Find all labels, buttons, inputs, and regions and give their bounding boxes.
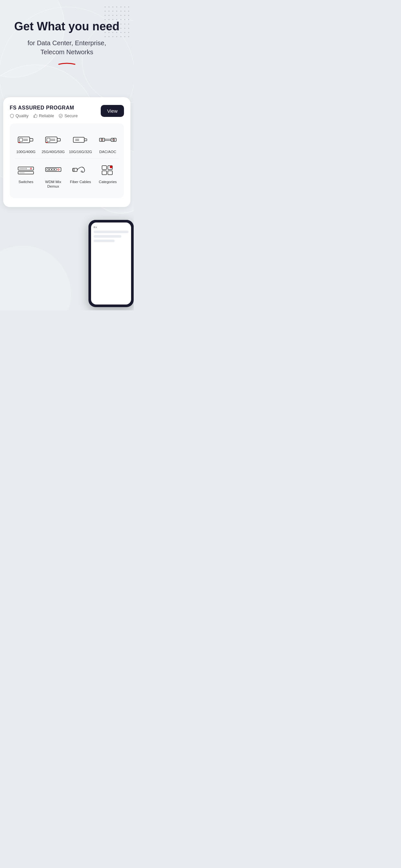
bottom-section: Ex bbox=[0, 213, 134, 310]
phone-screen-line-3 bbox=[94, 240, 115, 242]
icon-categories bbox=[98, 162, 118, 177]
svg-rect-9 bbox=[47, 138, 50, 142]
grid-item-fiber-cables[interactable]: Fiber Cables bbox=[67, 159, 94, 193]
card-header-left: FS ASSURED PROGRAM Quality bbox=[10, 105, 101, 118]
label-10g-16g-32g: 10G/16G/32G bbox=[69, 150, 92, 154]
label-categories: Categories bbox=[99, 180, 117, 184]
badge-secure: Secure bbox=[58, 113, 78, 118]
icon-10g-16g-32g bbox=[71, 132, 90, 147]
badges-row: Quality Reliable bbox=[10, 113, 101, 118]
svg-point-19 bbox=[102, 140, 102, 140]
svg-rect-47 bbox=[102, 166, 106, 169]
grid-item-categories[interactable]: Categories bbox=[94, 159, 122, 193]
svg-rect-39 bbox=[47, 168, 49, 170]
svg-rect-13 bbox=[73, 137, 84, 143]
svg-rect-3 bbox=[19, 138, 23, 142]
phone-screen-line-2 bbox=[94, 235, 121, 238]
thumbs-up-icon bbox=[33, 114, 37, 118]
label-25g-40g-50g: 25G/40G/50G bbox=[42, 150, 65, 154]
grid-item-100g-400g[interactable]: 100G/400G bbox=[12, 128, 40, 158]
svg-rect-8 bbox=[57, 138, 60, 141]
svg-rect-49 bbox=[102, 171, 106, 175]
badge-quality-label: Quality bbox=[16, 113, 28, 118]
icon-25g-40g-50g bbox=[43, 132, 63, 147]
label-dac-aoc: DAC/AOC bbox=[99, 150, 116, 154]
badge-quality: Quality bbox=[10, 113, 28, 118]
svg-rect-40 bbox=[50, 168, 51, 170]
label-100g-400g: 100G/400G bbox=[17, 150, 35, 154]
svg-rect-2 bbox=[30, 138, 33, 141]
svg-rect-12 bbox=[46, 142, 48, 143]
svg-rect-50 bbox=[108, 171, 112, 175]
svg-rect-42 bbox=[55, 168, 57, 170]
phone-body: Ex bbox=[89, 220, 134, 307]
hero-underline-decoration bbox=[57, 61, 76, 65]
icon-switches bbox=[16, 162, 35, 177]
grid-item-25g-40g-50g[interactable]: 25G/40G/50G bbox=[40, 128, 67, 158]
label-switches: Switches bbox=[19, 180, 33, 184]
view-button[interactable]: View bbox=[101, 105, 124, 117]
hero-section: Get What you need for Data Center, Enter… bbox=[0, 0, 134, 78]
svg-rect-14 bbox=[84, 139, 87, 141]
product-grid-row1: 100G/400G 25G/40G/50G bbox=[12, 128, 121, 158]
svg-point-22 bbox=[113, 140, 114, 140]
label-wdm-mix-demux: WDM Mix Demux bbox=[41, 180, 66, 189]
badge-secure-label: Secure bbox=[64, 113, 78, 118]
svg-point-51 bbox=[110, 166, 112, 168]
icon-100g-400g bbox=[16, 132, 35, 147]
phone-mockup: Ex bbox=[89, 220, 134, 310]
hero-subtitle: for Data Center, Enterprise, Telecom Net… bbox=[10, 38, 124, 57]
assured-program-card: FS ASSURED PROGRAM Quality bbox=[3, 97, 130, 207]
hero-title: Get What you need bbox=[10, 20, 124, 33]
hero-subtitle-line1: for Data Center, Enterprise, bbox=[27, 39, 106, 46]
bottom-circle-1 bbox=[0, 246, 71, 310]
program-title: FS ASSURED PROGRAM bbox=[10, 105, 101, 111]
product-grid-card: 100G/400G 25G/40G/50G bbox=[10, 123, 124, 197]
product-grid-row2: Switches WDM Mix Demux bbox=[12, 159, 121, 193]
svg-point-46 bbox=[81, 171, 82, 172]
phone-screen-label: Ex bbox=[94, 225, 128, 229]
svg-rect-6 bbox=[19, 142, 20, 143]
phone-screen-content: Ex bbox=[91, 222, 131, 247]
icon-wdm-mix-demux bbox=[43, 162, 63, 177]
svg-rect-33 bbox=[18, 172, 34, 174]
badge-reliable: Reliable bbox=[33, 113, 54, 118]
label-fiber-cables: Fiber Cables bbox=[70, 180, 91, 184]
shield-check-icon bbox=[58, 114, 63, 118]
svg-rect-45 bbox=[73, 169, 74, 171]
spacer bbox=[0, 78, 134, 97]
phone-screen-line-1 bbox=[94, 230, 128, 233]
card-header: FS ASSURED PROGRAM Quality bbox=[10, 105, 124, 118]
grid-item-10g-16g-32g[interactable]: 10G/16G/32G bbox=[67, 128, 94, 158]
grid-item-switches[interactable]: Switches bbox=[12, 159, 40, 193]
badge-reliable-label: Reliable bbox=[39, 113, 54, 118]
svg-rect-0 bbox=[34, 116, 35, 118]
phone-screen: Ex bbox=[91, 222, 131, 305]
grid-item-dac-aoc[interactable]: DAC/AOC bbox=[94, 128, 122, 158]
shield-icon bbox=[10, 114, 14, 118]
svg-rect-25 bbox=[18, 167, 34, 170]
icon-fiber-cables bbox=[71, 162, 90, 177]
icon-dac-aoc bbox=[98, 132, 118, 147]
hero-subtitle-line2: Telecom Networks bbox=[40, 49, 93, 56]
grid-item-wdm-mix-demux[interactable]: WDM Mix Demux bbox=[40, 159, 67, 193]
svg-rect-41 bbox=[52, 168, 54, 170]
